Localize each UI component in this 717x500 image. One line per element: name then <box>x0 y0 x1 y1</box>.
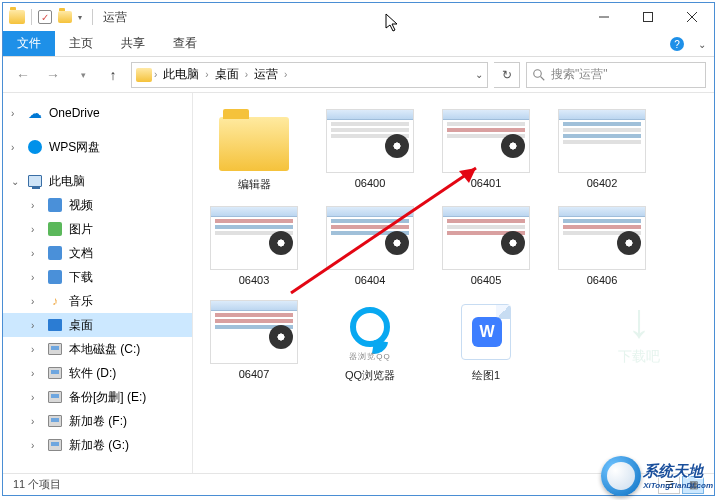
up-button[interactable]: ↑ <box>101 63 125 87</box>
tab-file[interactable]: 文件 <box>3 31 55 56</box>
video-icon <box>48 198 62 212</box>
nav-downloads[interactable]: ›下载 <box>3 265 192 289</box>
globe-icon <box>601 456 641 496</box>
file-item[interactable]: 06404 <box>319 202 421 290</box>
chevron-right-icon[interactable]: › <box>284 69 287 80</box>
watermark-en: XiTongTianDi.com <box>643 481 713 490</box>
file-item[interactable]: 06403 <box>203 202 305 290</box>
item-label: 06403 <box>239 274 270 286</box>
properties-qat-icon[interactable]: ✓ <box>38 10 52 24</box>
recent-dropdown-icon[interactable]: ▾ <box>71 63 95 87</box>
qq-subtext: 器浏览QQ <box>326 351 414 362</box>
refresh-button[interactable]: ↻ <box>494 62 520 88</box>
svg-rect-1 <box>644 13 653 22</box>
folder-icon <box>210 109 298 173</box>
item-count: 11 个项目 <box>13 477 61 492</box>
nav-drive-d[interactable]: ›软件 (D:) <box>3 361 192 385</box>
open-qat-icon[interactable] <box>58 11 72 23</box>
address-dropdown-icon[interactable]: ⌄ <box>475 69 483 80</box>
back-button[interactable]: ← <box>11 63 35 87</box>
minimize-button[interactable] <box>582 3 626 31</box>
watermark-cn: 系统天地 <box>643 462 713 481</box>
chevron-right-icon[interactable]: › <box>31 392 34 403</box>
content-area[interactable]: 编辑器 06400 06401 06402 06403 <box>193 93 714 473</box>
ribbon-expand-icon[interactable]: ⌄ <box>698 39 706 50</box>
ribbon-tabs: 文件 主页 共享 查看 ⌄ ? <box>3 31 714 57</box>
chevron-right-icon[interactable]: › <box>31 416 34 427</box>
drive-icon <box>48 367 62 379</box>
qq-browser-icon <box>345 307 395 357</box>
chevron-right-icon[interactable]: › <box>31 224 34 235</box>
breadcrumb-pc[interactable]: 此电脑 <box>159 66 203 83</box>
folder-icon[interactable] <box>9 10 25 24</box>
qat-dropdown-icon[interactable]: ▾ <box>78 13 82 22</box>
nav-documents[interactable]: ›文档 <box>3 241 192 265</box>
documents-icon <box>48 246 62 260</box>
nav-pictures[interactable]: ›图片 <box>3 217 192 241</box>
breadcrumb-desktop[interactable]: 桌面 <box>211 66 243 83</box>
separator <box>92 9 93 25</box>
folder-item[interactable]: 编辑器 <box>203 105 305 196</box>
nav-drive-c[interactable]: ›本地磁盘 (C:) <box>3 337 192 361</box>
tab-share[interactable]: 共享 <box>107 31 159 56</box>
navigation-pane[interactable]: ›☁OneDrive ›WPS网盘 ⌄此电脑 ›视频 ›图片 ›文档 ›下载 ›… <box>3 93 193 473</box>
chevron-right-icon[interactable]: › <box>31 344 34 355</box>
chevron-right-icon[interactable]: › <box>31 320 34 331</box>
chevron-right-icon[interactable]: › <box>11 108 14 119</box>
chevron-right-icon[interactable]: › <box>205 69 208 80</box>
drive-icon <box>48 391 62 403</box>
chevron-down-icon[interactable]: ⌄ <box>11 176 19 187</box>
drive-icon <box>48 415 62 427</box>
separator <box>31 9 32 25</box>
chevron-right-icon[interactable]: › <box>245 69 248 80</box>
drive-icon <box>48 439 62 451</box>
close-button[interactable] <box>670 3 714 31</box>
chevron-right-icon[interactable]: › <box>11 142 14 153</box>
forward-button[interactable]: → <box>41 63 65 87</box>
tab-view[interactable]: 查看 <box>159 31 211 56</box>
chevron-right-icon[interactable]: › <box>31 200 34 211</box>
file-item[interactable]: 06407 <box>203 296 305 387</box>
chevron-right-icon[interactable]: › <box>31 248 34 259</box>
drive-icon <box>48 343 62 355</box>
item-label: 06405 <box>471 274 502 286</box>
nav-music[interactable]: ›♪音乐 <box>3 289 192 313</box>
nav-onedrive[interactable]: ›☁OneDrive <box>3 101 192 125</box>
quick-access-toolbar: ✓ ▾ <box>9 9 97 25</box>
explorer-window: ✓ ▾ 运营 文件 主页 共享 查看 ⌄ ? ← → ▾ ↑ › 此电脑 › 桌… <box>2 2 715 496</box>
nav-drive-f[interactable]: ›新加卷 (F:) <box>3 409 192 433</box>
nav-desktop[interactable]: ›桌面 <box>3 313 192 337</box>
file-item[interactable]: 器浏览QQ QQ浏览器 <box>319 296 421 387</box>
desktop-icon <box>48 319 62 331</box>
chevron-right-icon[interactable]: › <box>31 440 34 451</box>
thumbnail <box>326 109 414 173</box>
file-item[interactable]: 06406 <box>551 202 653 290</box>
address-bar[interactable]: › 此电脑 › 桌面 › 运营 › ⌄ <box>131 62 488 88</box>
nav-video[interactable]: ›视频 <box>3 193 192 217</box>
help-icon[interactable]: ? <box>670 37 684 51</box>
nav-wps[interactable]: ›WPS网盘 <box>3 135 192 159</box>
pc-icon <box>28 175 42 187</box>
file-item[interactable]: W 绘图1 <box>435 296 537 387</box>
chevron-right-icon[interactable]: › <box>31 272 34 283</box>
file-item[interactable]: 06401 <box>435 105 537 196</box>
chevron-right-icon[interactable]: › <box>154 69 157 80</box>
nav-network[interactable]: ›网络 <box>3 467 192 473</box>
maximize-button[interactable] <box>626 3 670 31</box>
nav-drive-e[interactable]: ›备份[勿删] (E:) <box>3 385 192 409</box>
tab-home[interactable]: 主页 <box>55 31 107 56</box>
thumbnail <box>558 206 646 270</box>
search-box[interactable]: 搜索"运营" <box>526 62 706 88</box>
thumbnail <box>558 109 646 173</box>
file-item[interactable]: 06400 <box>319 105 421 196</box>
svg-point-4 <box>534 69 542 77</box>
file-item[interactable]: 06402 <box>551 105 653 196</box>
breadcrumb-current[interactable]: 运营 <box>250 66 282 83</box>
nav-this-pc[interactable]: ⌄此电脑 <box>3 169 192 193</box>
chevron-right-icon[interactable]: › <box>31 296 34 307</box>
items-grid: 编辑器 06400 06401 06402 06403 <box>203 105 704 387</box>
chevron-right-icon[interactable]: › <box>31 368 34 379</box>
downloads-icon <box>48 270 62 284</box>
file-item[interactable]: 06405 <box>435 202 537 290</box>
nav-drive-g[interactable]: ›新加卷 (G:) <box>3 433 192 457</box>
